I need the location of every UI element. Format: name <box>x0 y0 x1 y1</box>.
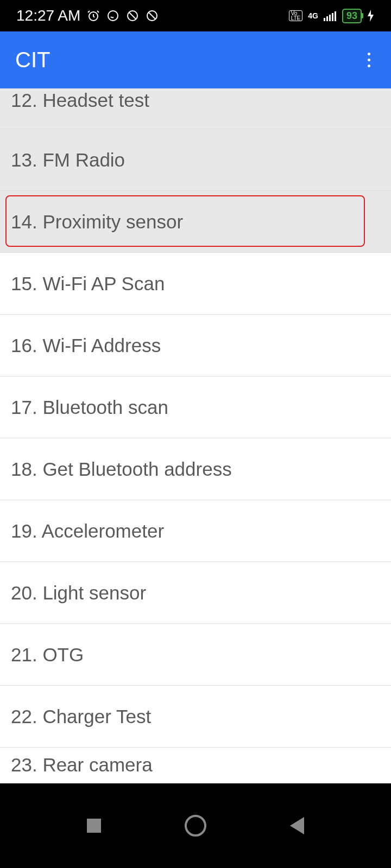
list-item-wifi-address[interactable]: 16. Wi-Fi Address <box>0 315 391 376</box>
list-item-label: 15. Wi-Fi AP Scan <box>11 273 165 295</box>
sync-icon <box>146 9 159 22</box>
list-item-label: 14. Proximity sensor <box>11 211 183 233</box>
list-item-label: 13. FM Radio <box>11 149 125 171</box>
list-item-label: 12. Headset test <box>11 90 149 111</box>
home-button[interactable] <box>168 809 223 842</box>
back-button[interactable] <box>270 809 324 842</box>
list-item-proximity-sensor[interactable]: 14. Proximity sensor <box>0 191 391 253</box>
list-item-bluetooth-scan[interactable]: 17. Bluetooth scan <box>0 376 391 438</box>
home-icon <box>185 815 206 837</box>
list-item-label: 21. OTG <box>11 644 84 666</box>
list-item-label: 22. Charger Test <box>11 706 151 727</box>
battery-icon: 93 <box>342 9 362 23</box>
recent-apps-button[interactable] <box>67 809 121 842</box>
back-icon <box>290 817 304 834</box>
volte-icon: VoLTE <box>289 10 303 21</box>
svg-rect-6 <box>329 15 331 21</box>
list-item-label: 16. Wi-Fi Address <box>11 335 161 356</box>
svg-rect-4 <box>324 18 325 21</box>
alarm-icon <box>87 9 100 22</box>
status-time: 12:27 AM <box>16 7 80 24</box>
list-item-rear-camera[interactable]: 23. Rear camera <box>0 748 391 782</box>
status-right-group: VoLTE 4G 93 <box>289 9 375 23</box>
dnd-icon <box>126 9 139 22</box>
network-type: 4G <box>308 11 318 20</box>
list-item-wifi-ap-scan[interactable]: 15. Wi-Fi AP Scan <box>0 253 391 315</box>
navigation-bar <box>0 783 391 868</box>
charging-icon <box>367 10 375 22</box>
app-bar: CIT <box>0 31 391 88</box>
whatsapp-icon <box>106 9 119 22</box>
list-item-label: 20. Light sensor <box>11 582 146 604</box>
status-bar: 12:27 AM VoLTE 4G 93 <box>0 0 391 31</box>
list-item-accelerometer[interactable]: 19. Accelerometer <box>0 500 391 562</box>
svg-rect-7 <box>332 13 333 21</box>
list-item-light-sensor[interactable]: 20. Light sensor <box>0 562 391 624</box>
list-item-label: 17. Bluetooth scan <box>11 397 168 418</box>
list-item-label: 18. Get Bluetooth address <box>11 458 232 480</box>
signal-icon <box>324 10 337 21</box>
list-item-label: 23. Rear camera <box>11 754 153 776</box>
more-options-button[interactable] <box>362 47 376 73</box>
list-item-otg[interactable]: 21. OTG <box>0 624 391 686</box>
list-item-bluetooth-address[interactable]: 18. Get Bluetooth address <box>0 438 391 500</box>
test-list: 12. Headset test 13. FM Radio 14. Proxim… <box>0 88 391 783</box>
list-item-label: 19. Accelerometer <box>11 520 164 542</box>
svg-rect-5 <box>326 16 328 21</box>
list-item-charger-test[interactable]: 22. Charger Test <box>0 686 391 748</box>
status-left-group: 12:27 AM <box>16 7 159 24</box>
battery-percent: 93 <box>346 10 357 21</box>
svg-point-1 <box>108 11 118 21</box>
svg-rect-8 <box>335 11 336 21</box>
app-title: CIT <box>15 48 50 72</box>
list-item-fm-radio[interactable]: 13. FM Radio <box>0 129 391 191</box>
list-item-headset-test[interactable]: 12. Headset test <box>0 88 391 129</box>
recent-icon <box>87 819 101 833</box>
